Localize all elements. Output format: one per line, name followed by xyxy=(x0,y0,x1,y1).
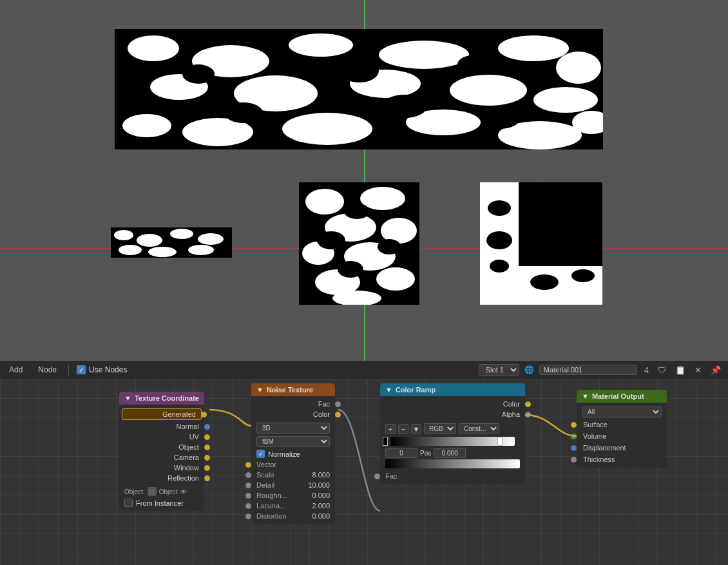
socket-noise-distortion-in[interactable] xyxy=(245,513,251,519)
svg-point-20 xyxy=(457,55,493,74)
output-reflection-row: Reflection xyxy=(119,473,204,483)
socket-noise-roughness-in[interactable] xyxy=(245,493,251,499)
svg-point-18 xyxy=(182,64,215,84)
cr-output-bar xyxy=(385,459,520,468)
use-nodes-checkbox[interactable]: ✓ xyxy=(77,365,86,374)
cr-interpolation-select[interactable]: Const... Linear Ease xyxy=(459,423,499,434)
color-ramp-node: ▼ Color Ramp Color Alpha + − ▼ RGB xyxy=(380,383,525,484)
noise-color-output-row: Color xyxy=(251,409,335,419)
socket-matout-thickness[interactable] xyxy=(571,457,577,463)
noise-lacunarity-row: Lacuna... 2.000 xyxy=(251,501,335,511)
matout-displacement-row: Displacement xyxy=(577,442,667,454)
socket-cr-color[interactable] xyxy=(525,401,531,407)
socket-noise-scale-in[interactable] xyxy=(245,472,251,478)
cr-add-stop-button[interactable]: + xyxy=(385,424,396,434)
socket-camera[interactable] xyxy=(204,455,210,461)
svg-point-30 xyxy=(148,247,177,257)
material-output-node: ▼ Material Output All Cycles EEVEE Surfa… xyxy=(577,390,667,468)
output-normal-label: Normal xyxy=(124,423,199,430)
matout-body: All Cycles EEVEE Surface Volume Displace… xyxy=(577,403,667,468)
pin-button[interactable]: 📌 xyxy=(709,365,723,376)
noise-type-select[interactable]: fBM xyxy=(256,436,330,447)
noise-texture-node: ▼ Noise Texture Fac Color 3D fBM xyxy=(251,383,335,524)
socket-matout-volume[interactable] xyxy=(571,434,577,439)
cr-dropdown-button[interactable]: ▼ xyxy=(411,424,421,434)
svg-point-5 xyxy=(498,35,569,61)
object-field-value: Object xyxy=(159,488,178,495)
socket-generated[interactable] xyxy=(201,412,207,417)
socket-matout-surface[interactable] xyxy=(571,422,577,428)
object-field-label: Object: xyxy=(124,488,145,495)
noise-vector-label: Vector xyxy=(256,461,330,468)
svg-point-51 xyxy=(490,260,509,273)
tex-coord-header: ▼ Texture Coordinate xyxy=(119,392,204,405)
svg-point-26 xyxy=(137,234,162,247)
from-instancer-checkbox[interactable] xyxy=(124,499,133,507)
cr-remove-stop-button[interactable]: − xyxy=(398,424,408,434)
cr-stop-white[interactable] xyxy=(497,437,503,446)
noise-distortion-row: Distortion 0.000 xyxy=(251,511,335,521)
add-menu-button[interactable]: Add xyxy=(5,364,26,376)
cr-stop-black[interactable] xyxy=(383,437,388,446)
object-field: Object: ⬡ Object 👁 xyxy=(119,486,204,497)
svg-point-10 xyxy=(450,75,527,106)
socket-noise-fac[interactable] xyxy=(335,401,341,407)
cr-color-output-label: Color xyxy=(385,400,520,408)
material-name-field[interactable] xyxy=(539,365,637,375)
output-reflection-label: Reflection xyxy=(124,474,199,482)
noise-lacunarity-value: 2.000 xyxy=(304,502,330,510)
color-ramp-title: Color Ramp xyxy=(396,386,436,394)
noise-distortion-value: 0.000 xyxy=(304,512,330,520)
noise-lacunarity-label: Lacuna... xyxy=(256,502,302,510)
noise-detail-value: 10.000 xyxy=(304,481,330,489)
socket-noise-vector-in[interactable] xyxy=(245,462,251,468)
texture-coordinate-node: ▼ Texture Coordinate Generated Normal UV… xyxy=(119,392,204,511)
svg-point-53 xyxy=(571,269,595,282)
slot-area: Slot 1 🌐 4 🛡 📋 ✕ 📌 xyxy=(479,364,723,376)
socket-cr-alpha[interactable] xyxy=(525,412,531,417)
cr-gradient-bar[interactable] xyxy=(390,437,515,446)
matout-displacement-label: Displacement xyxy=(583,444,660,452)
normalize-checkbox[interactable]: ✓ xyxy=(256,450,265,458)
socket-noise-color[interactable] xyxy=(335,412,341,417)
cr-color-mode-select[interactable]: RGB HSV HSL xyxy=(424,423,456,434)
socket-cr-fac-in[interactable] xyxy=(374,474,380,479)
socket-window[interactable] xyxy=(204,465,210,471)
svg-point-11 xyxy=(533,87,598,113)
matout-target-select[interactable]: All Cycles EEVEE xyxy=(582,407,662,417)
cr-stop-index-field[interactable] xyxy=(385,448,417,458)
svg-point-14 xyxy=(282,113,372,145)
material-close-button[interactable]: ✕ xyxy=(693,365,704,376)
normalize-label: Normalize xyxy=(268,450,300,458)
globe-icon: 🌐 xyxy=(524,365,534,374)
socket-uv[interactable] xyxy=(204,434,210,440)
socket-noise-lacunarity-in[interactable] xyxy=(245,503,251,509)
socket-normal[interactable] xyxy=(204,424,210,430)
toolbar-separator-1 xyxy=(68,365,69,375)
socket-reflection[interactable] xyxy=(204,475,210,481)
svg-point-42 xyxy=(344,204,370,219)
node-menu-button[interactable]: Node xyxy=(34,364,61,376)
socket-object[interactable] xyxy=(204,445,210,450)
cr-pos-value-field[interactable] xyxy=(434,448,466,458)
noise-dimensions-select[interactable]: 3D xyxy=(256,423,330,434)
noise-scale-row: Scale 8.000 xyxy=(251,470,335,480)
socket-matout-displacement[interactable] xyxy=(571,445,577,451)
noise-detail-label: Detail xyxy=(256,481,302,489)
matout-title: Material Output xyxy=(592,392,644,400)
cr-pos-row: Pos xyxy=(385,448,520,458)
noise-roughness-value: 0.000 xyxy=(304,492,330,499)
use-nodes-container: ✓ Use Nodes xyxy=(77,365,127,374)
slot-selector[interactable]: Slot 1 xyxy=(479,364,519,376)
texture-preview-right xyxy=(480,182,602,305)
svg-point-19 xyxy=(340,59,379,82)
texture-preview-center xyxy=(299,182,419,305)
matout-header: ▼ Material Output xyxy=(577,390,667,403)
svg-point-45 xyxy=(338,261,363,278)
color-ramp-arrow: ▼ xyxy=(385,386,392,394)
tex-coord-title: Texture Coordinate xyxy=(135,394,199,402)
socket-noise-detail-in[interactable] xyxy=(245,483,251,488)
noise-header: ▼ Noise Texture xyxy=(251,383,335,396)
from-instancer-row: From Instancer xyxy=(119,497,204,508)
cr-alpha-output-row: Alpha xyxy=(380,409,525,419)
